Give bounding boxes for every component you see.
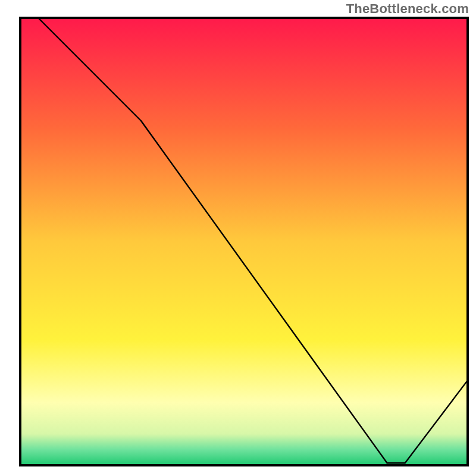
watermark-text: TheBottleneck.com xyxy=(346,1,469,17)
chart-canvas xyxy=(0,0,476,476)
chart-stage: TheBottleneck.com xyxy=(0,0,476,476)
plot-background xyxy=(20,18,468,465)
